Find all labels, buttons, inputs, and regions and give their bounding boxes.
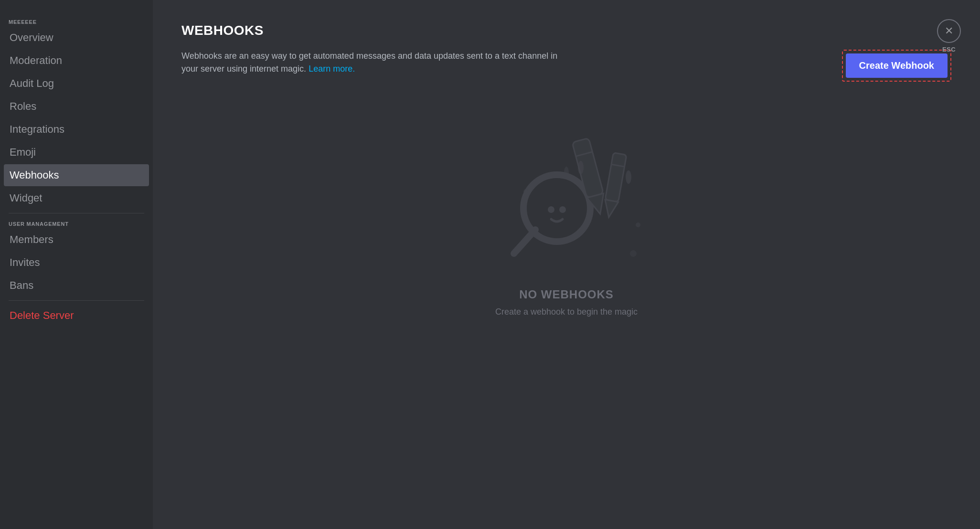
description-area: Webhooks are an easy way to get automate…	[181, 50, 951, 82]
svg-rect-4	[572, 138, 604, 198]
svg-point-10	[578, 161, 584, 174]
sidebar-item-integrations[interactable]: Integrations	[4, 118, 149, 140]
create-webhook-button[interactable]: Create Webhook	[846, 53, 948, 78]
create-webhook-button-wrapper: Create Webhook	[842, 50, 951, 82]
sidebar-item-roles[interactable]: Roles	[4, 95, 149, 117]
sidebar-item-webhooks[interactable]: Webhooks	[4, 164, 149, 186]
empty-state: NO WEBHOOKS Create a webhook to begin th…	[181, 110, 951, 336]
sidebar-section-user-management: USER MANAGEMENT	[4, 217, 149, 229]
delete-server-item[interactable]: Delete Server	[4, 305, 149, 327]
svg-point-14	[630, 250, 637, 257]
empty-illustration	[485, 129, 648, 273]
sidebar: MEEEEEE OverviewModerationAudit LogRoles…	[0, 0, 153, 529]
sidebar-section-meeeeee: MEEEEEE	[4, 15, 149, 27]
close-icon[interactable]: ✕	[937, 19, 961, 43]
svg-point-12	[523, 189, 528, 194]
page-title: WEBHOOKS	[181, 23, 951, 38]
close-button-area[interactable]: ✕ ESC	[937, 19, 961, 53]
sidebar-item-audit-log[interactable]: Audit Log	[4, 73, 149, 95]
sidebar-item-members[interactable]: Members	[4, 229, 149, 251]
sidebar-item-bans[interactable]: Bans	[4, 275, 149, 296]
close-label: ESC	[942, 46, 956, 53]
svg-point-3	[559, 206, 566, 213]
description-text: Webhooks are an easy way to get automate…	[181, 50, 573, 75]
learn-more-link[interactable]: Learn more.	[309, 64, 355, 74]
sidebar-item-overview[interactable]: Overview	[4, 27, 149, 49]
svg-point-15	[564, 167, 569, 178]
sidebar-item-widget[interactable]: Widget	[4, 187, 149, 209]
sidebar-item-moderation[interactable]: Moderation	[4, 50, 149, 72]
svg-rect-7	[605, 153, 627, 202]
empty-title: NO WEBHOOKS	[519, 288, 614, 301]
sidebar-divider-1	[9, 213, 144, 213]
svg-point-1	[523, 175, 590, 242]
svg-point-11	[626, 170, 631, 184]
svg-point-13	[636, 222, 640, 227]
empty-subtitle: Create a webhook to begin the magic	[495, 307, 638, 317]
sidebar-divider-2	[9, 300, 144, 301]
main-content: WEBHOOKS Webhooks are an easy way to get…	[153, 0, 980, 529]
sidebar-item-emoji[interactable]: Emoji	[4, 141, 149, 163]
svg-marker-8	[602, 200, 618, 218]
sidebar-item-invites[interactable]: Invites	[4, 252, 149, 274]
svg-point-2	[548, 206, 554, 213]
